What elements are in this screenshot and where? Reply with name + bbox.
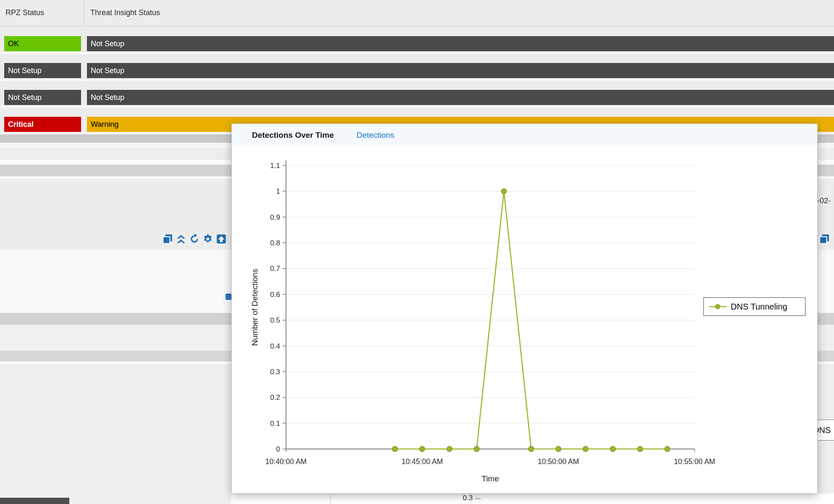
svg-text:0.6: 0.6 — [270, 291, 280, 299]
chart-svg: 00.10.20.30.40.50.60.70.80.911.110:40:00… — [236, 147, 815, 492]
copy-icon[interactable] — [162, 234, 173, 244]
popup-title: Detections Over Time — [252, 131, 334, 140]
dashboard-screen: RPZ Status Threat Insight Status OK Not … — [0, 0, 834, 504]
detections-chart: 00.10.20.30.40.50.60.70.80.911.110:40:00… — [236, 147, 815, 492]
bottom-dark-band — [0, 498, 69, 504]
widget-toolbar — [162, 234, 227, 244]
rpz-status-cell[interactable]: OK — [4, 36, 81, 51]
svg-text:0.3: 0.3 — [270, 368, 280, 376]
column-header-rpz-status[interactable]: RPZ Status — [5, 0, 44, 26]
rpz-status-cell[interactable]: Not Setup — [4, 63, 81, 78]
svg-text:0.9: 0.9 — [270, 213, 280, 221]
row-separator — [0, 52, 834, 54]
tab-detections[interactable]: Detections — [357, 131, 394, 140]
svg-text:0.4: 0.4 — [270, 342, 280, 350]
upload-icon[interactable] — [216, 234, 227, 244]
status-row-2[interactable]: Not Setup Not Setup — [0, 90, 834, 105]
svg-text:Time: Time — [482, 474, 499, 483]
rpz-status-cell[interactable]: Critical — [4, 117, 81, 132]
copy-icon[interactable] — [819, 234, 830, 244]
column-header-threat-insight-status[interactable]: Threat Insight Status — [90, 0, 160, 26]
svg-text:10:40:00 AM: 10:40:00 AM — [265, 457, 307, 466]
popup-header: Detections Over Time Detections — [232, 124, 817, 145]
threat-status-cell[interactable]: Not Setup — [87, 63, 834, 78]
svg-text:10:45:00 AM: 10:45:00 AM — [401, 457, 443, 466]
refresh-icon[interactable] — [189, 234, 200, 244]
svg-text:0.2: 0.2 — [270, 394, 280, 402]
widget-toolbar-fragment — [819, 234, 834, 244]
svg-text:1: 1 — [276, 187, 280, 195]
date-fragment: -02- — [817, 197, 831, 205]
svg-text:0: 0 — [276, 445, 280, 453]
svg-text:0.1: 0.1 — [270, 420, 280, 428]
svg-text:Number of Detections: Number of Detections — [250, 269, 259, 346]
collapse-icon[interactable] — [832, 234, 834, 244]
status-row-1[interactable]: Not Setup Not Setup — [0, 63, 834, 78]
threat-status-cell[interactable]: Not Setup — [87, 90, 834, 105]
background-chart-gridline-fragment — [330, 494, 330, 504]
svg-text:10:50:00 AM: 10:50:00 AM — [538, 457, 579, 466]
detections-popup: Detections Over Time Detections 00.10.20… — [231, 123, 818, 494]
column-divider — [84, 0, 84, 26]
gear-icon[interactable] — [202, 234, 213, 244]
collapse-icon[interactable] — [176, 234, 186, 244]
svg-text:10:55:00 AM: 10:55:00 AM — [674, 457, 715, 466]
svg-text:1.1: 1.1 — [270, 162, 280, 170]
svg-text:0.7: 0.7 — [270, 265, 280, 273]
legend-label: DNS Tunneling — [731, 302, 787, 312]
status-row-0[interactable]: OK Not Setup — [0, 36, 834, 51]
svg-text:0.8: 0.8 — [270, 239, 280, 247]
axis-label-fragment: 0.3 — [463, 494, 481, 502]
blue-icon-fragment — [226, 294, 231, 300]
rpz-status-cell[interactable]: Not Setup — [4, 90, 81, 105]
row-separator — [0, 79, 834, 81]
background-band — [231, 494, 834, 504]
row-separator — [0, 106, 834, 108]
legend-dns-tunneling[interactable]: DNS Tunneling — [703, 297, 805, 316]
svg-text:0.5: 0.5 — [270, 316, 280, 324]
status-table-header: RPZ Status Threat Insight Status — [0, 0, 834, 26]
legend-line-icon — [708, 304, 727, 310]
threat-status-cell[interactable]: Not Setup — [87, 36, 834, 51]
